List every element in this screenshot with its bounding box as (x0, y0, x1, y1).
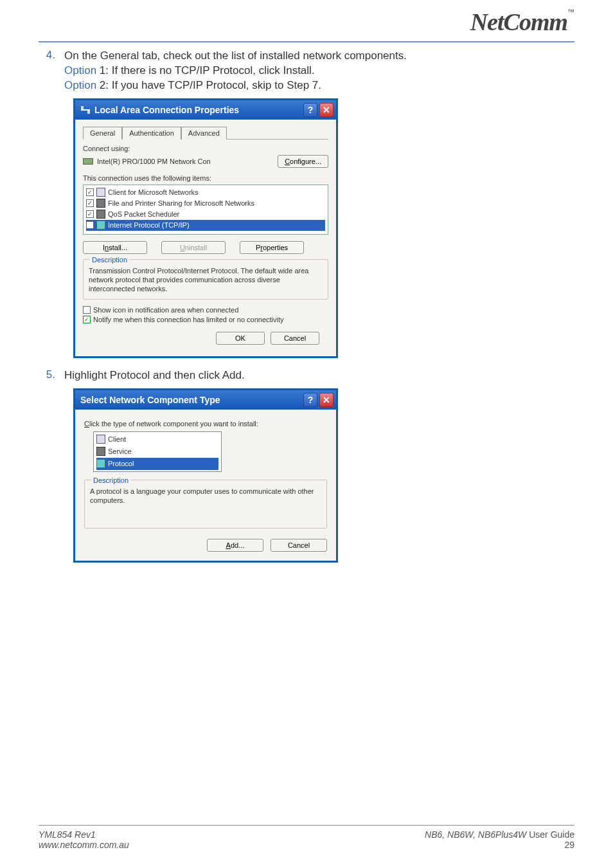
page-footer: YML854 Rev1 www.netcomm.com.au NB6, NB6W… (39, 825, 574, 850)
svg-rect-1 (81, 106, 84, 109)
uninstall-button[interactable]: Uninstall (161, 241, 226, 254)
option-2-label: Option (64, 79, 96, 91)
install-button[interactable]: Install... (83, 241, 147, 254)
dialog-body: Click the type of network component you … (75, 410, 336, 561)
description-legend: Description (91, 476, 130, 484)
help-button[interactable]: ? (303, 103, 317, 117)
show-icon-checkbox[interactable]: Show icon in notification area when conn… (83, 306, 328, 314)
network-icon (80, 105, 91, 115)
close-button[interactable]: ✕ (319, 393, 333, 407)
mon-icon (96, 188, 105, 197)
proto-icon (96, 459, 105, 468)
item-label: Service (108, 448, 132, 455)
tab-strip: General Authentication Advanced (83, 126, 328, 140)
dialog-title: Local Area Connection Properties (94, 105, 301, 115)
item-label: Internet Protocol (TCP/IP) (108, 221, 190, 229)
connect-using-label: Connect using: (83, 145, 328, 152)
checkbox-icon (86, 210, 94, 218)
trademark-symbol: ™ (567, 8, 574, 15)
item-label: Client for Microsoft Networks (108, 188, 199, 196)
notify-checkbox[interactable]: Notify me when this connection has limit… (83, 316, 328, 323)
step-5: 5. Highlight Protocol and then click Add… (39, 368, 574, 383)
dialog-titlebar: Select Network Component Type ? ✕ (75, 390, 336, 410)
item-label: Client (108, 435, 126, 443)
prompt-label: Click the type of network component you … (84, 420, 327, 428)
add-button[interactable]: Add... (207, 539, 263, 552)
proto-icon (96, 221, 105, 230)
step-number: 4. (39, 49, 64, 93)
step-text: On the General tab, check out the list o… (64, 49, 407, 93)
description-legend: Description (90, 256, 129, 264)
page-header: NetComm™ (0, 0, 613, 36)
tab-general[interactable]: General (83, 127, 122, 140)
srv-icon (96, 210, 105, 219)
netcomm-logo: NetComm (470, 8, 567, 36)
checkbox-icon (83, 306, 91, 314)
adapter-row: Intel(R) PRO/1000 PM Network Con Configu… (83, 155, 328, 168)
list-item[interactable]: Protocol (96, 458, 218, 470)
dialog-title: Select Network Component Type (80, 395, 301, 405)
srv-icon (96, 199, 105, 208)
adapter-name: Intel(R) PRO/1000 PM Network Con (97, 158, 278, 165)
step-text: Highlight Protocol and then click Add. (64, 368, 245, 383)
description-text: A protocol is a language your computer u… (90, 487, 321, 505)
list-item[interactable]: Service (96, 446, 218, 458)
list-item[interactable]: Client for Microsoft Networks (86, 187, 325, 198)
item-label: QoS Packet Scheduler (108, 210, 179, 218)
lan-properties-dialog: Local Area Connection Properties ? ✕ Gen… (73, 98, 338, 358)
ok-button[interactable]: OK (216, 332, 265, 345)
help-button[interactable]: ? (303, 393, 317, 407)
notify-label: Notify me when this connection has limit… (93, 316, 284, 323)
configure-button[interactable]: Configure... (278, 155, 328, 168)
network-items-list[interactable]: Client for Microsoft NetworksFile and Pr… (83, 185, 328, 235)
page-content: 4. On the General tab, check out the lis… (0, 49, 613, 563)
item-label: Protocol (108, 460, 134, 467)
item-label: File and Printer Sharing for Microsoft N… (108, 199, 254, 207)
dialog-footer: Add... Cancel (84, 535, 327, 552)
properties-button[interactable]: Properties (240, 241, 304, 254)
list-item[interactable]: File and Printer Sharing for Microsoft N… (86, 198, 325, 209)
step-4: 4. On the General tab, check out the lis… (39, 49, 574, 93)
cancel-button[interactable]: Cancel (271, 539, 327, 552)
component-type-list[interactable]: ClientServiceProtocol (93, 431, 222, 472)
mon-icon (96, 435, 105, 444)
checkbox-icon (86, 199, 94, 207)
nic-icon (83, 158, 93, 165)
svg-rect-2 (87, 111, 90, 114)
show-icon-label: Show icon in notification area when conn… (93, 306, 238, 314)
step-number: 5. (39, 368, 64, 383)
cancel-button[interactable]: Cancel (271, 332, 319, 345)
description-fieldset: Description A protocol is a language you… (84, 480, 327, 529)
description-fieldset: Description Transmission Control Protoco… (83, 259, 328, 300)
close-button[interactable]: ✕ (319, 103, 333, 117)
list-item[interactable]: QoS Packet Scheduler (86, 209, 325, 220)
checkbox-icon (83, 316, 91, 323)
tab-advanced[interactable]: Advanced (181, 127, 227, 140)
select-component-dialog: Select Network Component Type ? ✕ Click … (73, 388, 338, 563)
svg-rect-0 (81, 109, 90, 111)
checkbox-icon (86, 221, 94, 229)
description-text: Transmission Control Protocol/Internet P… (89, 266, 323, 294)
footer-left: YML854 Rev1 www.netcomm.com.au (39, 829, 129, 850)
checkbox-icon (86, 188, 94, 196)
list-item[interactable]: Client (96, 433, 218, 446)
footer-right: NB6, NB6W, NB6Plus4W User Guide 29 (425, 829, 574, 850)
tab-authentication[interactable]: Authentication (122, 127, 181, 140)
dialog-footer: OK Cancel (83, 325, 328, 348)
header-divider (39, 41, 574, 42)
dialog-titlebar: Local Area Connection Properties ? ✕ (75, 100, 336, 120)
srv-icon (96, 447, 105, 456)
item-action-buttons: Install... Uninstall Properties (83, 241, 328, 254)
dialog-body: General Authentication Advanced Connect … (75, 120, 336, 356)
uses-items-label: This connection uses the following items… (83, 174, 328, 182)
option-1-label: Option (64, 64, 96, 77)
list-item[interactable]: Internet Protocol (TCP/IP) (86, 220, 325, 231)
